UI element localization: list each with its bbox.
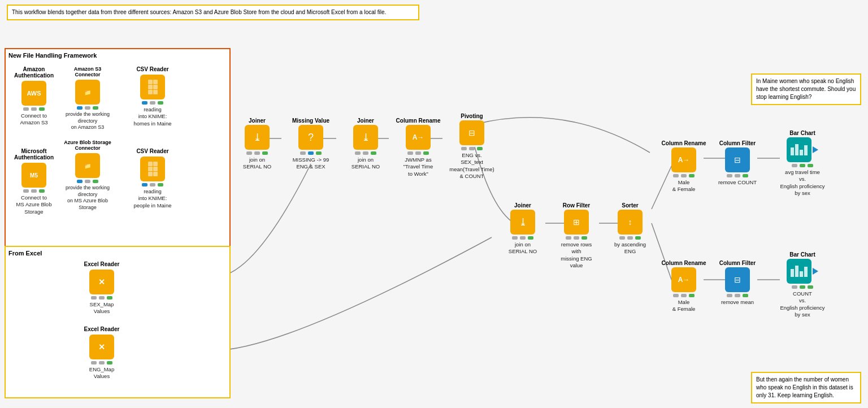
framework-title: New File Handling Framework	[8, 52, 227, 59]
amazon-s3-node[interactable]: Amazon S3 Connector 📁 provide the workin…	[62, 66, 113, 131]
bar-chart2-node[interactable]: Bar Chart COUNT vs. English proficiency …	[774, 251, 831, 318]
ms-auth-node[interactable]: Microsoft Authentication M5 Connect to M…	[11, 148, 57, 215]
framework-box: New File Handling Framework Amazon Authe…	[5, 48, 231, 263]
csv-reader1-node[interactable]: CSV Reader reading into KNIME: homes in …	[130, 66, 175, 127]
excel-box: From Excel Excel Reader ✕ SEX_Map Values…	[5, 246, 231, 398]
amazon-auth-node[interactable]: Amazon Authentication AWS Connect to Ama…	[11, 66, 57, 127]
csv-reader2-node[interactable]: CSV Reader reading into KNIME: people in…	[130, 148, 175, 209]
missing-value-node[interactable]: Missing Value ? MISSING -> 99 ENG & SEX	[288, 118, 333, 171]
joiner1-node[interactable]: Joiner ⤓ join on SERIAL NO	[235, 118, 280, 171]
excel-title: From Excel	[8, 250, 227, 257]
right-top-annotation: In Maine women who speak no English have…	[751, 73, 861, 105]
excel-reader1-node[interactable]: Excel Reader ✕ SEX_Map Values	[79, 261, 124, 315]
col-filter2-node[interactable]: Column Filter ⊟ remove mean	[715, 260, 760, 306]
row-filter-node[interactable]: Row Filter ⊞ remove rows with missing EN…	[554, 202, 599, 269]
joiner3-node[interactable]: Joiner ⤓ join on SERIAL NO	[500, 202, 545, 255]
joiner2-node[interactable]: Joiner ⤓ join on SERIAL NO	[343, 118, 388, 171]
col-rename3-node[interactable]: Column Rename A→ Male & Female	[661, 260, 706, 313]
sorter-node[interactable]: Sorter ↕ by ascending ENG	[607, 202, 653, 255]
col-rename2-node[interactable]: Column Rename A→ Male & Female	[661, 140, 706, 193]
top-annotation: This workflow blends together data from …	[7, 5, 419, 20]
azure-blob-node[interactable]: Azure Blob Storage Connector 📁 provide t…	[62, 140, 113, 211]
right-bottom-annotation: But then again the number of women who s…	[751, 372, 861, 403]
bar-chart1-node[interactable]: Bar Chart avg travel time vs. English pr…	[774, 130, 831, 197]
pivoting-node[interactable]: Pivoting ⊟ ENG vs. SEX_text mean(Travel …	[449, 113, 494, 180]
excel-reader2-node[interactable]: Excel Reader ✕ ENG_Map Values	[79, 326, 124, 380]
col-filter1-node[interactable]: Column Filter ⊟ remove COUNT	[715, 140, 760, 186]
col-rename1-node[interactable]: Column Rename A→ JWMNP as "Travel Time t…	[396, 118, 441, 177]
